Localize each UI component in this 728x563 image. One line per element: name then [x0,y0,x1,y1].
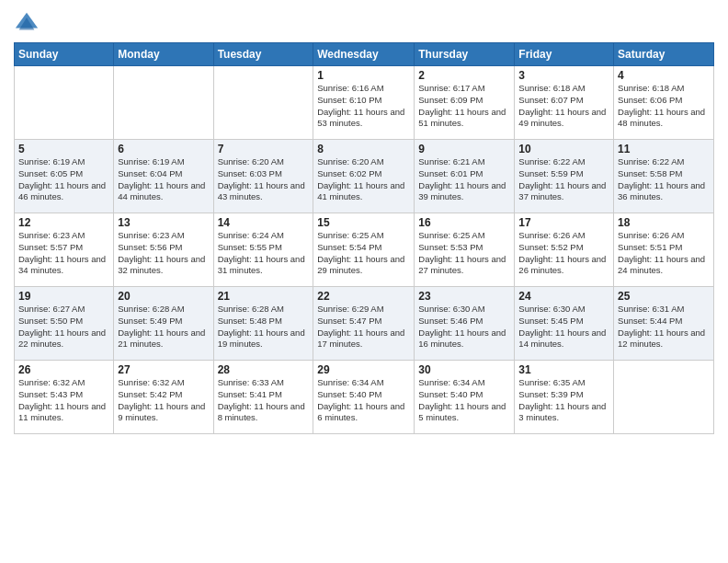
calendar-cell: 23Sunrise: 6:30 AM Sunset: 5:46 PM Dayli… [415,287,515,361]
calendar-cell: 28Sunrise: 6:33 AM Sunset: 5:41 PM Dayli… [213,361,313,434]
day-header-tuesday: Tuesday [213,43,313,66]
day-number: 28 [218,363,310,376]
day-number: 17 [518,216,609,229]
calendar-cell: 13Sunrise: 6:23 AM Sunset: 5:56 PM Dayli… [114,213,213,287]
day-number: 27 [118,363,209,376]
calendar-cell: 11Sunrise: 6:22 AM Sunset: 5:58 PM Dayli… [614,140,714,213]
calendar-cell: 2Sunrise: 6:17 AM Sunset: 6:09 PM Daylig… [415,66,515,140]
calendar-cell: 26Sunrise: 6:32 AM Sunset: 5:43 PM Dayli… [15,361,114,434]
day-info: Sunrise: 6:22 AM Sunset: 5:59 PM Dayligh… [518,156,609,203]
calendar-cell: 27Sunrise: 6:32 AM Sunset: 5:42 PM Dayli… [114,361,213,434]
calendar-cell [15,66,114,140]
day-info: Sunrise: 6:28 AM Sunset: 5:49 PM Dayligh… [118,304,209,350]
calendar-cell [114,66,213,140]
calendar-cell: 4Sunrise: 6:18 AM Sunset: 6:06 PM Daylig… [614,66,714,140]
day-info: Sunrise: 6:19 AM Sunset: 6:04 PM Dayligh… [118,156,209,203]
day-info: Sunrise: 6:25 AM Sunset: 5:54 PM Dayligh… [317,230,410,277]
day-info: Sunrise: 6:20 AM Sunset: 6:03 PM Dayligh… [218,156,310,203]
day-number: 4 [618,69,710,82]
logo-icon [14,9,40,35]
day-header-friday: Friday [515,43,614,66]
day-number: 29 [317,363,410,376]
calendar-cell: 30Sunrise: 6:34 AM Sunset: 5:40 PM Dayli… [415,361,515,434]
calendar-cell: 19Sunrise: 6:27 AM Sunset: 5:50 PM Dayli… [15,287,114,361]
day-info: Sunrise: 6:25 AM Sunset: 5:53 PM Dayligh… [418,230,510,277]
calendar-cell: 10Sunrise: 6:22 AM Sunset: 5:59 PM Dayli… [515,140,614,213]
day-number: 2 [418,69,510,82]
day-number: 9 [418,143,510,155]
calendar-cell: 3Sunrise: 6:18 AM Sunset: 6:07 PM Daylig… [515,66,614,140]
day-info: Sunrise: 6:28 AM Sunset: 5:48 PM Dayligh… [218,304,310,350]
day-info: Sunrise: 6:27 AM Sunset: 5:50 PM Dayligh… [18,304,109,350]
day-header-thursday: Thursday [415,43,515,66]
day-number: 13 [118,216,209,229]
day-info: Sunrise: 6:26 AM Sunset: 5:52 PM Dayligh… [518,230,609,277]
calendar-cell: 22Sunrise: 6:29 AM Sunset: 5:47 PM Dayli… [313,287,415,361]
day-number: 14 [218,216,310,229]
day-info: Sunrise: 6:18 AM Sunset: 6:06 PM Dayligh… [618,83,710,130]
day-number: 20 [118,290,209,303]
calendar-cell: 18Sunrise: 6:26 AM Sunset: 5:51 PM Dayli… [614,213,714,287]
day-info: Sunrise: 6:30 AM Sunset: 5:46 PM Dayligh… [418,304,510,350]
page: SundayMondayTuesdayWednesdayThursdayFrid… [0,0,728,563]
calendar-week-row: 5Sunrise: 6:19 AM Sunset: 6:05 PM Daylig… [15,140,714,213]
day-info: Sunrise: 6:23 AM Sunset: 5:57 PM Dayligh… [18,230,109,277]
calendar-cell: 5Sunrise: 6:19 AM Sunset: 6:05 PM Daylig… [15,140,114,213]
day-info: Sunrise: 6:19 AM Sunset: 6:05 PM Dayligh… [18,156,109,203]
day-number: 16 [418,216,510,229]
day-info: Sunrise: 6:24 AM Sunset: 5:55 PM Dayligh… [218,230,310,277]
day-number: 1 [317,69,410,82]
calendar-week-row: 12Sunrise: 6:23 AM Sunset: 5:57 PM Dayli… [15,213,714,287]
calendar-cell: 20Sunrise: 6:28 AM Sunset: 5:49 PM Dayli… [114,287,213,361]
calendar-cell: 16Sunrise: 6:25 AM Sunset: 5:53 PM Dayli… [415,213,515,287]
calendar-week-row: 19Sunrise: 6:27 AM Sunset: 5:50 PM Dayli… [15,287,714,361]
day-number: 19 [18,290,109,303]
day-info: Sunrise: 6:22 AM Sunset: 5:58 PM Dayligh… [618,156,710,203]
day-header-saturday: Saturday [614,43,714,66]
calendar-cell [614,361,714,434]
day-info: Sunrise: 6:31 AM Sunset: 5:44 PM Dayligh… [618,304,710,350]
day-number: 3 [518,69,609,82]
calendar-table: SundayMondayTuesdayWednesdayThursdayFrid… [14,42,714,434]
day-number: 10 [518,143,609,155]
day-number: 7 [218,143,310,155]
calendar-week-row: 1Sunrise: 6:16 AM Sunset: 6:10 PM Daylig… [15,66,714,140]
calendar-cell: 9Sunrise: 6:21 AM Sunset: 6:01 PM Daylig… [415,140,515,213]
day-info: Sunrise: 6:26 AM Sunset: 5:51 PM Dayligh… [618,230,710,277]
day-info: Sunrise: 6:21 AM Sunset: 6:01 PM Dayligh… [418,156,510,203]
day-info: Sunrise: 6:32 AM Sunset: 5:42 PM Dayligh… [118,377,209,424]
day-number: 31 [518,363,609,376]
day-info: Sunrise: 6:34 AM Sunset: 5:40 PM Dayligh… [317,377,410,424]
day-info: Sunrise: 6:18 AM Sunset: 6:07 PM Dayligh… [518,83,609,130]
calendar-cell: 15Sunrise: 6:25 AM Sunset: 5:54 PM Dayli… [313,213,415,287]
calendar-cell: 14Sunrise: 6:24 AM Sunset: 5:55 PM Dayli… [213,213,313,287]
day-number: 18 [618,216,710,229]
day-number: 8 [317,143,410,155]
calendar-cell: 7Sunrise: 6:20 AM Sunset: 6:03 PM Daylig… [213,140,313,213]
calendar-cell: 24Sunrise: 6:30 AM Sunset: 5:45 PM Dayli… [515,287,614,361]
calendar-cell: 12Sunrise: 6:23 AM Sunset: 5:57 PM Dayli… [15,213,114,287]
day-info: Sunrise: 6:34 AM Sunset: 5:40 PM Dayligh… [418,377,510,424]
day-info: Sunrise: 6:32 AM Sunset: 5:43 PM Dayligh… [18,377,109,424]
calendar-cell: 25Sunrise: 6:31 AM Sunset: 5:44 PM Dayli… [614,287,714,361]
day-number: 15 [317,216,410,229]
day-header-monday: Monday [114,43,213,66]
day-info: Sunrise: 6:33 AM Sunset: 5:41 PM Dayligh… [218,377,310,424]
calendar-cell: 1Sunrise: 6:16 AM Sunset: 6:10 PM Daylig… [313,66,415,140]
calendar-cell: 6Sunrise: 6:19 AM Sunset: 6:04 PM Daylig… [114,140,213,213]
calendar-week-row: 26Sunrise: 6:32 AM Sunset: 5:43 PM Dayli… [15,361,714,434]
day-info: Sunrise: 6:23 AM Sunset: 5:56 PM Dayligh… [118,230,209,277]
day-number: 22 [317,290,410,303]
day-number: 21 [218,290,310,303]
calendar-cell: 17Sunrise: 6:26 AM Sunset: 5:52 PM Dayli… [515,213,614,287]
day-number: 24 [518,290,609,303]
calendar-cell: 31Sunrise: 6:35 AM Sunset: 5:39 PM Dayli… [515,361,614,434]
day-header-wednesday: Wednesday [313,43,415,66]
day-info: Sunrise: 6:30 AM Sunset: 5:45 PM Dayligh… [518,304,609,350]
day-info: Sunrise: 6:29 AM Sunset: 5:47 PM Dayligh… [317,304,410,350]
day-number: 25 [618,290,710,303]
day-number: 26 [18,363,109,376]
calendar-cell: 8Sunrise: 6:20 AM Sunset: 6:02 PM Daylig… [313,140,415,213]
day-number: 30 [418,363,510,376]
day-number: 5 [18,143,109,155]
